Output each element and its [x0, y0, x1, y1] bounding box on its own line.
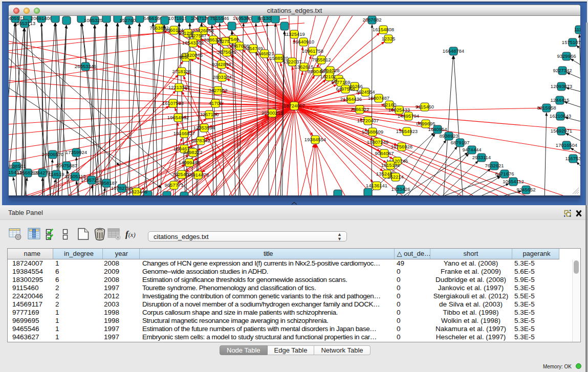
svg-text:14099485: 14099485 [179, 160, 200, 165]
svg-text:19384554: 19384554 [304, 137, 326, 142]
svg-text:16648784: 16648784 [443, 48, 464, 54]
svg-text:12353594: 12353594 [193, 125, 215, 130]
svg-text:3267130: 3267130 [200, 112, 219, 117]
svg-text:6497568: 6497568 [336, 86, 355, 92]
svg-text:252214: 252214 [387, 174, 404, 180]
svg-text:7515546: 7515546 [210, 16, 229, 21]
svg-text:9084067: 9084067 [375, 150, 394, 156]
svg-text:3427552: 3427552 [209, 87, 228, 93]
svg-text:8938923: 8938923 [440, 133, 459, 139]
svg-text:13654923: 13654923 [396, 128, 418, 134]
svg-text:2718126: 2718126 [172, 69, 191, 74]
svg-text:15751074: 15751074 [562, 39, 580, 45]
svg-text:19654982: 19654982 [167, 115, 189, 120]
svg-text:7546: 7546 [228, 36, 238, 42]
svg-text:2933114: 2933114 [472, 155, 491, 160]
svg-text:18807249: 18807249 [367, 139, 388, 145]
svg-text:116753: 116753 [565, 156, 581, 161]
svg-text:9474444: 9474444 [463, 147, 482, 152]
svg-text:14914479: 14914479 [187, 172, 209, 178]
svg-text:6466160: 6466160 [144, 16, 163, 21]
svg-text:2803144: 2803144 [213, 74, 232, 80]
svg-text:7632621: 7632621 [485, 163, 504, 168]
svg-text:16154808: 16154808 [373, 27, 394, 32]
svg-text:8215958: 8215958 [537, 105, 556, 111]
svg-text:16210643: 16210643 [550, 113, 571, 119]
svg-text:14495794: 14495794 [398, 113, 419, 119]
svg-text:17016504: 17016504 [556, 142, 577, 148]
svg-text:1733426: 1733426 [391, 186, 410, 192]
svg-text:9245652: 9245652 [517, 187, 536, 192]
svg-text:20553713: 20553713 [14, 20, 35, 26]
svg-text:15720407: 15720407 [357, 118, 379, 123]
svg-text:7986322: 7986322 [351, 106, 369, 112]
svg-text:1112: 1112 [574, 27, 580, 32]
svg-text:23420046: 23420046 [181, 52, 203, 58]
svg-text:18724007: 18724007 [284, 103, 305, 108]
svg-text:10025433: 10025433 [388, 107, 410, 113]
svg-text:41700: 41700 [209, 100, 222, 106]
svg-text:1244415: 1244415 [551, 97, 570, 103]
svg-text:10688609: 10688609 [362, 129, 383, 135]
svg-text:16053809: 16053809 [233, 16, 254, 21]
svg-text:9115460: 9115460 [416, 104, 434, 110]
svg-text:12325: 12325 [382, 36, 395, 41]
svg-text:9498222: 9498222 [184, 149, 203, 155]
svg-text:14136141: 14136141 [366, 183, 387, 188]
svg-text:21364436: 21364436 [340, 96, 362, 102]
svg-text:3624554: 3624554 [356, 89, 375, 95]
svg-text:8471676: 8471676 [495, 171, 514, 177]
svg-text:12093873: 12093873 [551, 83, 572, 89]
svg-text:9329966: 9329966 [557, 53, 576, 59]
svg-text:7955812: 7955812 [312, 57, 331, 62]
svg-text:16107553: 16107553 [162, 100, 184, 106]
svg-text:25300215: 25300215 [262, 110, 283, 116]
svg-text:9657771: 9657771 [165, 182, 184, 188]
svg-text:0699695: 0699695 [417, 121, 435, 126]
svg-text:20206570: 20206570 [42, 151, 63, 157]
svg-text:3875645: 3875645 [217, 49, 236, 55]
svg-text:15692971: 15692971 [551, 128, 572, 134]
svg-text:10961758: 10961758 [302, 48, 323, 54]
svg-text:1640954: 1640954 [428, 126, 447, 132]
svg-text:90975887: 90975887 [56, 163, 77, 168]
svg-text:3878342: 3878342 [191, 138, 210, 143]
svg-text:6794028: 6794028 [321, 68, 340, 73]
svg-text:2087682: 2087682 [363, 17, 382, 23]
svg-text:16640910: 16640910 [293, 39, 314, 45]
svg-text:12323446: 12323446 [126, 189, 147, 194]
svg-text:17359924: 17359924 [66, 149, 87, 155]
svg-text:114519: 114519 [49, 171, 64, 177]
svg-text:16543362: 16543362 [182, 40, 204, 46]
svg-text:9227342: 9227342 [553, 68, 572, 73]
svg-text:19166827: 19166827 [173, 130, 195, 136]
svg-text:26053346: 26053346 [75, 63, 96, 69]
svg-text:1615132: 1615132 [381, 162, 400, 168]
svg-text:10807487: 10807487 [368, 95, 389, 101]
svg-text:19756928: 19756928 [391, 144, 412, 149]
svg-text:6879197: 6879197 [451, 140, 470, 145]
svg-text:12213363: 12213363 [168, 84, 190, 90]
svg-text:10654112: 10654112 [503, 179, 524, 184]
svg-text:11325419: 11325419 [284, 31, 305, 37]
svg-text:1838501: 1838501 [9, 163, 26, 169]
svg-text:9242848: 9242848 [212, 61, 231, 67]
